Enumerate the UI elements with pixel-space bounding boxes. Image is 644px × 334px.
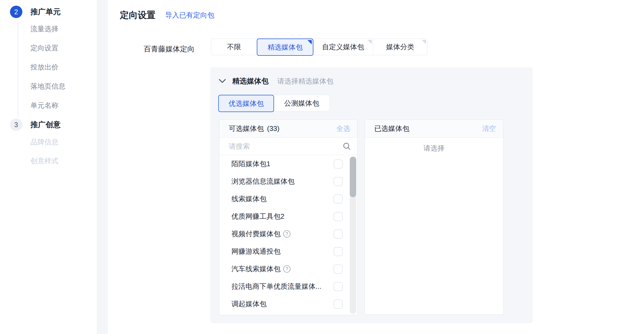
- available-packages-box: 可选媒体包 (33) 全选 陌陌媒体包1: [219, 119, 358, 315]
- list-item-label: 视频付费媒体包: [231, 229, 281, 239]
- import-targeting-package-link[interactable]: 导入已有定向包: [165, 11, 214, 20]
- tab-unlimited[interactable]: 不限: [211, 39, 257, 55]
- step-3-label: 推广创意: [30, 120, 61, 130]
- page-title: 定向设置: [120, 9, 155, 21]
- featured-media-package-panel: 精选媒体包 请选择精选媒体包 优选媒体包 公测媒体包 可选媒体包 (33) 全选: [210, 67, 533, 323]
- list-item-label: 陌陌媒体包1: [231, 159, 270, 169]
- sidebar-item-brand-info[interactable]: 品牌信息: [30, 133, 58, 151]
- media-package-transfer: 可选媒体包 (33) 全选 陌陌媒体包1: [219, 119, 503, 315]
- checkbox[interactable]: [334, 247, 343, 256]
- chevron-down-icon[interactable]: [219, 79, 226, 83]
- panel-section-header: 精选媒体包 请选择精选媒体包: [219, 76, 333, 86]
- step-3-sub-list: 品牌信息 创意样式: [30, 133, 58, 170]
- checkbox[interactable]: [334, 300, 343, 309]
- selected-corner-icon: [307, 40, 312, 44]
- tab-custom-media-package[interactable]: 自定义媒体包: [313, 39, 373, 55]
- list-item-label: 汽车线索媒体包: [231, 264, 281, 274]
- tab-featured-media-package[interactable]: 精选媒体包: [257, 39, 313, 56]
- selected-box-title: 已选媒体包: [374, 124, 409, 133]
- tab-unlimited-label: 不限: [227, 42, 241, 52]
- list-item[interactable]: 优质网赚工具包2: [219, 208, 357, 225]
- checkbox[interactable]: [334, 194, 343, 204]
- toggle-preferred-label: 优选媒体包: [229, 99, 264, 108]
- sidebar-divider-strip: [97, 0, 108, 334]
- page-header: 定向设置 导入已有定向包: [120, 9, 214, 21]
- step-2-sub-list: 流量选择 定向设置 投放出价 落地页信息 单元名称: [30, 19, 65, 115]
- corner-icon: [368, 40, 372, 44]
- list-item[interactable]: 调起媒体包: [219, 295, 357, 313]
- checkbox[interactable]: [334, 159, 343, 169]
- list-item[interactable]: 陌陌媒体包1: [219, 155, 357, 173]
- list-item[interactable]: 视频付费媒体包 ?: [219, 225, 357, 243]
- list-scrollbar-track[interactable]: [350, 156, 356, 314]
- step-sidebar: 2 推广单元 流量选择 定向设置 投放出价 落地页信息 单元名称 3 推广创意 …: [0, 0, 97, 334]
- selected-empty-placeholder: 请选择: [365, 138, 503, 153]
- tab-category-label: 媒体分类: [386, 42, 414, 52]
- sidebar-item-targeting-settings[interactable]: 定向设置: [30, 39, 65, 58]
- available-count: (33): [267, 124, 279, 133]
- package-type-toggle: 优选媒体包 公测媒体包: [218, 95, 330, 112]
- tab-custom-label: 自定义媒体包: [322, 42, 364, 52]
- media-targeting-label: 百青藤媒体定向: [144, 44, 195, 54]
- selected-packages-box: 已选媒体包 清空 请选择: [365, 119, 503, 315]
- sidebar-item-bidding[interactable]: 投放出价: [30, 58, 65, 77]
- list-item[interactable]: 拉活电商下单优质流量媒体...: [219, 278, 357, 295]
- list-item[interactable]: 网赚游戏通投包: [219, 243, 357, 260]
- list-item-label: 调起媒体包: [231, 299, 266, 309]
- targeting-settings-page: 2 推广单元 流量选择 定向设置 投放出价 落地页信息 单元名称 3 推广创意 …: [0, 0, 644, 334]
- sidebar-item-traffic-select[interactable]: 流量选择: [30, 19, 65, 39]
- clear-link[interactable]: 清空: [482, 124, 496, 133]
- checkbox[interactable]: [334, 265, 343, 274]
- sidebar-step-3[interactable]: 3 推广创意: [0, 119, 61, 131]
- section-hint: 请选择精选媒体包: [277, 76, 333, 86]
- step-3-number-badge: 3: [10, 119, 22, 131]
- list-item[interactable]: 汽车线索媒体包 ?: [219, 260, 357, 278]
- step-connector-line: [18, 22, 18, 117]
- available-package-list: 陌陌媒体包1 浏览器信息流媒体包 线索媒体包 优质网赚工具包2: [219, 155, 357, 315]
- sidebar-item-landing-page[interactable]: 落地页信息: [30, 77, 65, 96]
- tab-media-category[interactable]: 媒体分类: [373, 39, 427, 55]
- media-targeting-tab-group: 不限 精选媒体包 自定义媒体包 媒体分类: [211, 39, 427, 55]
- selected-box-header: 已选媒体包 清空: [365, 120, 503, 138]
- toggle-beta-package[interactable]: 公测媒体包: [274, 95, 330, 111]
- main-content: 定向设置 导入已有定向包 百青藤媒体定向 不限 精选媒体包 自定义媒体包 媒体分…: [108, 0, 644, 334]
- select-all-link[interactable]: 全选: [336, 124, 350, 133]
- sidebar-item-creative-style[interactable]: 创意样式: [30, 151, 58, 170]
- checkbox[interactable]: [334, 177, 343, 186]
- section-title: 精选媒体包: [232, 76, 269, 86]
- list-item-label: 浏览器信息流媒体包: [231, 177, 295, 186]
- toggle-beta-label: 公测媒体包: [284, 99, 319, 108]
- help-icon[interactable]: ?: [283, 230, 290, 238]
- help-icon[interactable]: ?: [283, 265, 290, 273]
- checkbox[interactable]: [334, 229, 343, 239]
- step-2-number-badge: 2: [10, 6, 22, 18]
- corner-icon: [422, 40, 426, 44]
- sidebar-item-unit-name[interactable]: 单元名称: [30, 96, 65, 115]
- sidebar-step-2[interactable]: 2 推广单元: [0, 6, 61, 18]
- step-2-label: 推广单元: [30, 7, 61, 17]
- search-icon[interactable]: [343, 142, 351, 150]
- list-item[interactable]: 线索媒体包: [219, 190, 357, 208]
- tab-featured-label: 精选媒体包: [268, 43, 303, 52]
- package-search-input[interactable]: [229, 142, 340, 151]
- checkbox[interactable]: [334, 212, 343, 221]
- checkbox[interactable]: [334, 282, 343, 291]
- list-item-label: 线索媒体包: [231, 194, 266, 204]
- available-box-title: 可选媒体包: [229, 124, 264, 133]
- list-item-label: 优质网赚工具包2: [231, 212, 284, 221]
- package-search-row: [219, 138, 357, 155]
- available-box-header: 可选媒体包 (33) 全选: [219, 120, 357, 138]
- toggle-preferred-package[interactable]: 优选媒体包: [218, 95, 274, 112]
- list-item[interactable]: 浏览器信息流媒体包: [219, 173, 357, 190]
- list-item-label: 网赚游戏通投包: [231, 247, 281, 256]
- list-item-label: 拉活电商下单优质流量媒体...: [231, 282, 321, 291]
- list-scrollbar-thumb[interactable]: [350, 157, 356, 197]
